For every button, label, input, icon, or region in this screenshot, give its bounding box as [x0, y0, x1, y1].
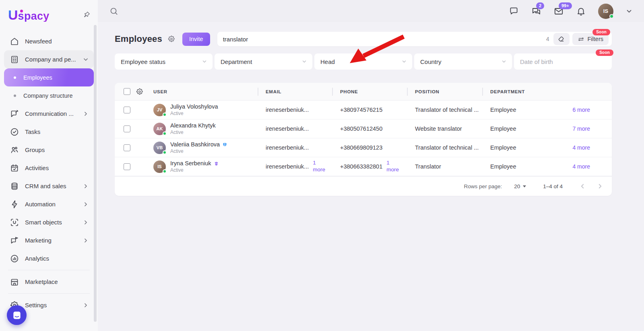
employee-search-bar: 4 Filters Soon [217, 32, 612, 46]
column-header-department[interactable]: DEPARTMENT [482, 88, 612, 96]
avatar[interactable]: AK [153, 123, 166, 135]
employee-email: ireneserbeniuk... [266, 107, 309, 113]
page-settings-gear-icon[interactable] [167, 35, 175, 43]
sidebar-item-label: Settings [25, 302, 47, 308]
filters-button-label: Filters [588, 36, 603, 42]
more-phones-link[interactable]: 1 more [386, 160, 402, 173]
filter-department[interactable]: Department [215, 53, 312, 70]
analytics-icon [10, 254, 19, 263]
row-checkbox[interactable] [124, 107, 130, 113]
sidebar-item-crm-and-sales[interactable]: CRM and sales [4, 177, 94, 195]
mail-icon[interactable]: 99+ [553, 6, 564, 16]
sidebar-item-groups[interactable]: Groups [4, 141, 94, 159]
sidebar-item-marketplace[interactable]: Marketplace [4, 273, 94, 291]
sidebar-item-smart-objects[interactable]: Smart objects [4, 213, 94, 231]
employee-name[interactable]: Iryna Serbeniuk [170, 160, 211, 167]
invite-button[interactable]: Invite [182, 33, 210, 46]
table-row[interactable]: VB Valeriia Bashkirova Active ireneserbe… [115, 138, 612, 157]
next-page-icon[interactable] [597, 183, 604, 190]
store-icon [10, 277, 19, 287]
column-header-position[interactable]: POSITION [407, 88, 482, 96]
caret-down-icon [523, 185, 526, 187]
sidebar-item-communication[interactable]: Communication ... [4, 105, 94, 123]
user-avatar[interactable]: IS [598, 4, 613, 19]
chevron-right-icon [83, 219, 89, 226]
previous-page-icon[interactable] [579, 183, 586, 190]
more-departments-link[interactable]: 7 more [572, 125, 590, 132]
sidebar-item-label: Employees [23, 74, 52, 81]
employee-email: ireneserbeniuk... [266, 125, 309, 132]
table-settings-gear-icon[interactable] [136, 88, 144, 96]
employee-phone: +380974576215 [340, 107, 382, 113]
employee-name[interactable]: Alexandra Khytyk [170, 122, 216, 129]
more-departments-link[interactable]: 6 more [572, 107, 590, 113]
sidebar-item-newsfeed[interactable]: Newsfeed [4, 32, 94, 50]
avatar[interactable]: JV [153, 104, 166, 116]
avatar[interactable]: IS [153, 160, 166, 173]
sidebar-item-company-and-people[interactable]: Company and pe... [4, 50, 94, 68]
column-header-user[interactable]: USER [153, 83, 258, 100]
pin-sidebar-icon[interactable] [83, 11, 91, 19]
more-departments-link[interactable]: 4 more [572, 163, 590, 170]
sidebar-item-marketing[interactable]: Marketing [4, 231, 94, 249]
sidebar-nav: Newsfeed Company and pe... Employees Com… [0, 27, 98, 314]
employee-search-input[interactable] [219, 36, 545, 43]
sidebar-item-company-structure[interactable]: Company structure [4, 86, 94, 105]
filter-head[interactable]: Head [314, 53, 412, 70]
row-checkbox[interactable] [124, 125, 130, 132]
column-header-email[interactable]: EMAIL [258, 88, 332, 96]
intercom-chat-button[interactable] [7, 305, 27, 325]
select-all-checkbox[interactable] [124, 88, 130, 95]
avatar-initials: IS [603, 8, 608, 14]
employee-email: ireneserbeniuk... [266, 144, 309, 151]
column-header-phone[interactable]: PHONE [332, 88, 407, 96]
filter-label: Date of birth [520, 58, 553, 65]
sidebar-item-label: Company and pe... [25, 56, 76, 63]
employee-name[interactable]: Valeriia Bashkirova [170, 141, 220, 148]
chats-icon[interactable]: 2 [531, 6, 541, 16]
bell-icon[interactable] [576, 6, 586, 16]
soon-badge: Soon [592, 29, 610, 35]
uspacy-logo[interactable]: U spacy [8, 8, 50, 22]
sidebar-item-label: CRM and sales [25, 183, 66, 189]
employee-name[interactable]: Juliya Voloshylova [170, 103, 218, 110]
filter-employee-status[interactable]: Employee status [115, 53, 213, 70]
sidebar-item-activities[interactable]: Activities [4, 159, 94, 177]
filter-country[interactable]: Country [414, 53, 512, 70]
clear-search-button[interactable] [553, 33, 570, 45]
employee-position: Translator [415, 163, 441, 170]
more-emails-link[interactable]: 1 more [313, 160, 328, 173]
bullet-icon [14, 95, 16, 97]
table-row[interactable]: IS Iryna Serbeniuk Active ireneserbeniuk… [115, 157, 612, 176]
sidebar-item-analytics[interactable]: Analytics [4, 249, 94, 267]
table-row[interactable]: JV Juliya Voloshylova Active ireneserben… [115, 101, 612, 119]
chevron-right-icon [83, 201, 89, 208]
avatar[interactable]: VB [153, 142, 166, 154]
chevron-right-icon [83, 111, 89, 117]
comment-icon[interactable] [509, 6, 519, 16]
filters-button[interactable]: Filters Soon [572, 33, 609, 45]
rows-per-page-select[interactable]: 20 [514, 183, 526, 189]
employee-position: Website translator [415, 125, 462, 132]
employee-phone: +380663382801 [340, 163, 382, 170]
sidebar-item-tasks[interactable]: Tasks [4, 123, 94, 141]
sidebar-item-employees[interactable]: Employees [4, 68, 94, 86]
users-icon [10, 145, 19, 155]
shield-badge-icon [222, 142, 227, 147]
row-checkbox[interactable] [124, 163, 130, 170]
table-row[interactable]: AK Alexandra Khytyk Active ireneserbeniu… [115, 119, 612, 138]
sidebar-item-automation[interactable]: Automation [4, 195, 94, 213]
sidebar-scrollbar[interactable] [94, 25, 97, 322]
row-checkbox[interactable] [124, 144, 130, 151]
chevron-down-icon [501, 59, 507, 64]
employee-department: Employee [490, 163, 516, 170]
calendar-icon [10, 163, 19, 173]
check-circle-icon [10, 127, 19, 137]
soon-badge: Soon [596, 49, 613, 56]
chevron-down-icon[interactable] [625, 8, 633, 15]
building-icon [10, 55, 19, 64]
online-status-dot [163, 169, 167, 173]
employee-position: Translator of technical ... [415, 107, 479, 113]
global-search-icon[interactable] [109, 6, 119, 16]
more-departments-link[interactable]: 4 more [572, 144, 590, 151]
